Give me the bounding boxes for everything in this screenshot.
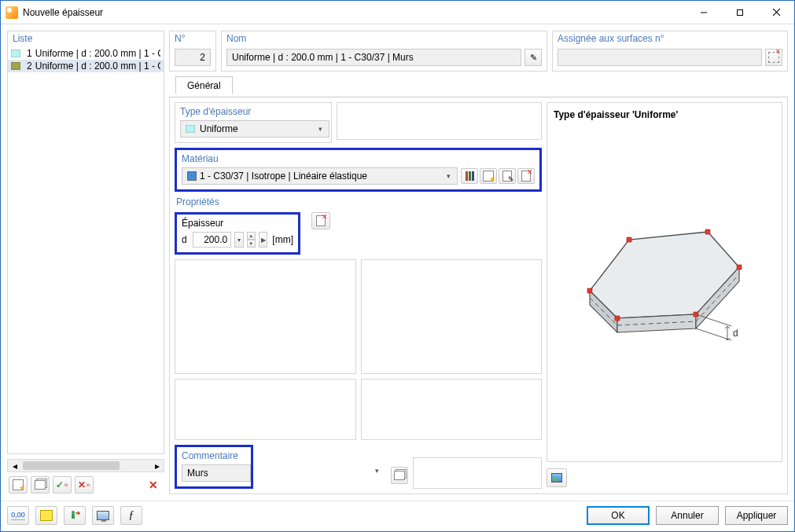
empty-panel-4 [175, 379, 356, 440]
delete-button[interactable]: ✕ [144, 476, 163, 493]
check-icon: ✓ [56, 479, 64, 490]
check-all-button[interactable]: ✓» [53, 476, 72, 493]
commentaire-group-label: Commentaire Murs [175, 445, 253, 489]
list-item[interactable]: 1 Uniforme | d : 200.0 mm | 1 - C30 [8, 47, 164, 60]
materiau-new-button[interactable] [480, 168, 497, 184]
type-epaisseur-label: Type d'épaisseur [180, 106, 326, 117]
svg-rect-16 [615, 316, 620, 321]
svg-point-21 [72, 511, 75, 514]
new-item-button[interactable] [9, 476, 28, 493]
ok-button[interactable]: OK [587, 506, 650, 525]
type-epaisseur-select[interactable]: Uniforme ▾ [180, 120, 329, 138]
monitor-icon [97, 511, 109, 520]
step-up-icon[interactable]: ▲ [247, 232, 256, 240]
nom-input[interactable]: Uniforme | d : 200.0 mm | 1 - C30/37 | M… [226, 49, 521, 66]
assign-label: Assignée aux surfaces n° [553, 31, 787, 46]
materiau-delete-button[interactable]: ✕ [517, 168, 535, 184]
materiau-group: Matériau 1 - C30/37 | Isotrope | Linéair… [175, 148, 542, 192]
svg-rect-1 [738, 9, 743, 15]
chevron-down-icon: ▾ [443, 172, 454, 180]
tab-general[interactable]: Général [175, 76, 233, 94]
commentaire-select-extended[interactable]: ▾ [258, 467, 386, 484]
materiau-edit-button[interactable]: ✎ [499, 168, 516, 184]
edit-name-button[interactable]: ✎ [524, 49, 542, 66]
list-text: Uniforme | d : 200.0 mm | 1 - C30 [35, 48, 160, 59]
materiau-library-button[interactable] [461, 168, 478, 184]
pick-surfaces-button[interactable] [765, 49, 782, 66]
scroll-right-arrow[interactable]: ▸ [150, 460, 164, 471]
epaisseur-group: Épaisseur d 200.0 ▾ ▲▼ ▶ [mm] [175, 212, 300, 255]
materiau-select[interactable]: 1 - C30/37 | Isotrope | Linéaire élastiq… [182, 167, 458, 185]
person-arrow-icon [69, 510, 80, 521]
epaisseur-stepper[interactable]: ▲▼ [247, 232, 256, 248]
script-f-icon: ƒ [129, 509, 134, 522]
assign-panel: Assignée aux surfaces n° [552, 31, 788, 72]
sheet-x-icon: ✕ [316, 215, 326, 226]
epaisseur-label: Épaisseur [182, 218, 293, 229]
list-label: Liste [8, 31, 164, 46]
epaisseur-play-button[interactable]: ▶ [259, 232, 268, 248]
materiau-value: 1 - C30/37 | Isotrope | Linéaire élastiq… [200, 171, 367, 182]
copy-item-button[interactable] [31, 476, 50, 493]
window-title: Nouvelle épaisseur [23, 7, 686, 18]
type-epaisseur-value: Uniforme [200, 123, 238, 134]
commentaire-select[interactable]: Murs [182, 464, 251, 482]
step-down-icon[interactable]: ▼ [247, 240, 256, 248]
assign-input[interactable] [558, 49, 762, 66]
app-icon [6, 6, 18, 19]
color-button[interactable] [35, 506, 57, 525]
materiau-label: Matériau [182, 153, 535, 164]
clear-epaisseur-button[interactable]: ✕ [311, 212, 330, 229]
epaisseur-dropdown-button[interactable]: ▾ [234, 232, 244, 248]
chevron-down-icon: ▾ [315, 125, 326, 133]
preview-image-button[interactable] [547, 468, 567, 487]
sheets-icon [35, 480, 46, 490]
svg-rect-22 [72, 514, 75, 519]
minimize-button[interactable] [686, 1, 722, 24]
list-text: Uniforme | d : 200.0 mm | 1 - C30 [35, 61, 160, 72]
type-epaisseur-group: Type d'épaisseur Uniforme ▾ [175, 102, 332, 143]
numero-input[interactable]: 2 [175, 49, 211, 66]
list-num: 1 [24, 48, 32, 59]
delete-x-icon: ✕ [149, 479, 158, 491]
script-button[interactable]: ƒ [120, 506, 142, 525]
svg-rect-13 [705, 229, 710, 234]
swatch-icon [186, 125, 195, 133]
material-color-icon [187, 171, 197, 181]
model-person-button[interactable] [64, 506, 86, 525]
close-button[interactable] [758, 1, 794, 24]
numero-label: N° [170, 31, 215, 46]
picture-icon [551, 473, 562, 482]
maximize-button[interactable] [722, 1, 758, 24]
cancel-button[interactable]: Annuler [656, 506, 719, 525]
display-button[interactable] [92, 506, 114, 525]
new-sheet-icon [13, 479, 24, 490]
decimal-icon: 0,00 [11, 511, 25, 520]
swatch-icon [11, 50, 20, 57]
scroll-thumb[interactable] [23, 461, 120, 470]
horizontal-scrollbar[interactable]: ◂ ▸ [7, 459, 164, 472]
swatch-icon [11, 62, 20, 70]
proprietes-label: Propriétés [175, 196, 542, 207]
delete-sheet-icon: ✕ [521, 171, 531, 182]
books-icon [466, 171, 474, 181]
apply-button[interactable]: Appliquer [725, 506, 788, 525]
epaisseur-var: d [182, 234, 190, 245]
empty-panel-6 [413, 457, 543, 489]
list-num: 2 [24, 61, 32, 72]
nom-panel: Nom Uniforme | d : 200.0 mm | 1 - C30/37… [221, 31, 547, 72]
epaisseur-input[interactable]: 200.0 [193, 232, 232, 248]
commentaire-label: Commentaire [182, 450, 246, 461]
preview-illustration: d [554, 127, 775, 455]
new-sheet-icon [483, 171, 494, 182]
titlebar: Nouvelle épaisseur [1, 1, 794, 24]
units-button[interactable]: 0,00 [7, 506, 29, 525]
commentaire-copy-button[interactable] [391, 467, 408, 484]
svg-rect-11 [587, 288, 592, 293]
list-item[interactable]: 2 Uniforme | d : 200.0 mm | 1 - C30 [8, 60, 164, 72]
scroll-left-arrow[interactable]: ◂ [8, 460, 21, 471]
empty-panel-3 [361, 259, 543, 374]
uncheck-all-button[interactable]: ✕» [75, 476, 94, 493]
empty-panel-5 [361, 379, 543, 440]
preview-label: Type d'épaisseur 'Uniforme' [554, 109, 775, 120]
